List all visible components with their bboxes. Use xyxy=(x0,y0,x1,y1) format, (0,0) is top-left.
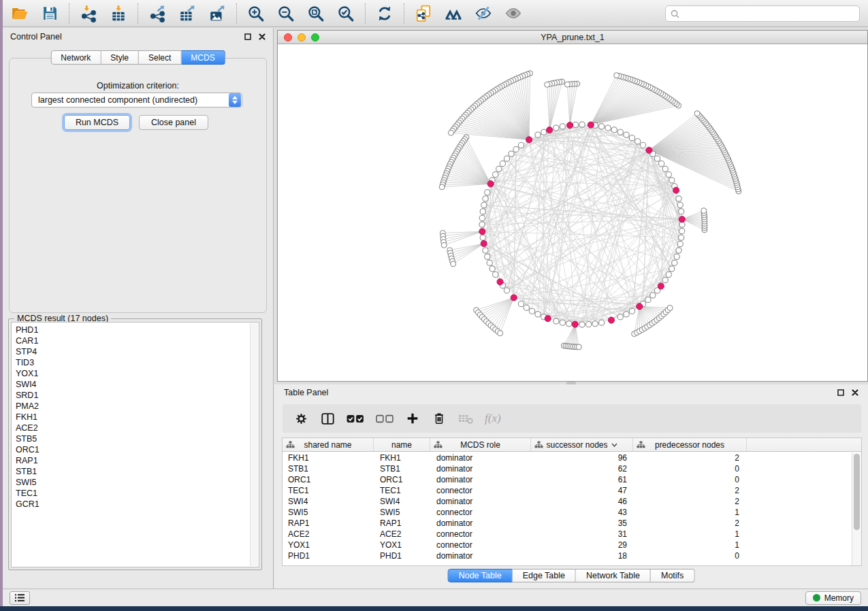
table-cell: ACE2 xyxy=(374,529,430,540)
save-session-icon[interactable] xyxy=(41,5,59,22)
float-panel-icon[interactable] xyxy=(837,389,844,396)
table-cell: connector xyxy=(430,540,531,550)
function-builder-icon[interactable]: f(x) xyxy=(485,412,501,425)
table-row[interactable]: FKH1FKH1dominator962 xyxy=(283,452,852,463)
mcds-result-item[interactable]: ORC1 xyxy=(16,444,259,455)
table-row[interactable]: ORC1ORC1dominator610 xyxy=(283,474,852,485)
close-panel-icon[interactable] xyxy=(259,33,266,40)
table-cell: dominator xyxy=(430,550,531,561)
import-table-icon[interactable] xyxy=(110,5,127,22)
list-scrollbar[interactable] xyxy=(250,323,258,566)
table-cell: RAP1 xyxy=(283,518,374,529)
zoom-fit-icon[interactable] xyxy=(307,5,325,22)
node-table: shared name name MCDS role successor nod… xyxy=(282,437,862,566)
export-table-icon[interactable] xyxy=(178,5,196,22)
table-cell: dominator xyxy=(430,463,531,474)
task-history-button[interactable] xyxy=(10,591,30,605)
column-header-successor-nodes[interactable]: successor nodes xyxy=(531,438,633,451)
split-view-icon[interactable] xyxy=(320,411,335,426)
mcds-result-item[interactable]: YOX1 xyxy=(16,368,259,379)
open-file-icon[interactable] xyxy=(11,5,29,22)
settings-gear-icon[interactable] xyxy=(293,411,308,426)
mcds-result-item[interactable]: STB5 xyxy=(16,433,259,444)
tab-node-table[interactable]: Node Table xyxy=(448,569,513,582)
criterion-value: largest connected component (undirected) xyxy=(38,95,197,105)
table-row[interactable]: STB1STB1dominator620 xyxy=(283,463,852,474)
table-cell: FKH1 xyxy=(283,452,374,463)
delete-column-icon[interactable] xyxy=(432,411,447,426)
table-row[interactable]: RAP1RAP1dominator352 xyxy=(283,518,852,529)
export-network-icon[interactable] xyxy=(148,5,166,22)
mcds-result-item[interactable]: PHD1 xyxy=(16,325,259,335)
zoom-selected-icon[interactable] xyxy=(337,5,355,22)
first-neighbors-icon[interactable] xyxy=(445,5,462,22)
table-tabs: Node Table Edge Table Network Table Moti… xyxy=(448,569,695,582)
mcds-tab-content: Optimization criterion: largest connecte… xyxy=(9,58,267,313)
table-row[interactable]: SWI5SWI5connector431 xyxy=(283,507,852,518)
tab-select[interactable]: Select xyxy=(139,50,181,65)
table-row[interactable]: PHD1PHD1dominator180 xyxy=(283,550,852,561)
clone-network-icon[interactable] xyxy=(415,5,432,22)
network-view-window: YPA_prune.txt_1 xyxy=(277,30,868,382)
memory-button[interactable]: Memory xyxy=(805,591,861,605)
mcds-result-item[interactable]: FKH1 xyxy=(16,412,259,423)
network-canvas[interactable] xyxy=(278,44,867,381)
table-row[interactable]: SWI4SWI4dominator462 xyxy=(283,496,852,507)
search-input[interactable] xyxy=(683,9,854,18)
mcds-result-item[interactable]: STP4 xyxy=(16,346,259,357)
tab-network[interactable]: Network xyxy=(50,50,101,65)
delete-table-icon[interactable] xyxy=(458,411,473,426)
window-controls xyxy=(284,33,319,42)
table-cell: 0 xyxy=(633,474,747,485)
table-cell: 47 xyxy=(531,485,633,496)
table-row[interactable]: TEC1TEC1connector472 xyxy=(283,485,852,496)
criterion-dropdown[interactable]: largest connected component (undirected) xyxy=(31,93,242,108)
minimize-window-icon[interactable] xyxy=(298,33,306,42)
search-box[interactable] xyxy=(665,5,860,22)
float-panel-icon[interactable] xyxy=(244,33,251,40)
mcds-result-item[interactable]: CAR1 xyxy=(16,335,259,346)
table-panel: Table Panel xyxy=(274,384,868,589)
mcds-result-item[interactable]: TEC1 xyxy=(16,488,259,499)
mcds-result-item[interactable]: TID3 xyxy=(16,357,259,368)
tab-motifs[interactable]: Motifs xyxy=(651,569,694,582)
table-cell: SWI5 xyxy=(374,507,430,518)
column-header-predecessor-nodes[interactable]: predecessor nodes xyxy=(633,438,747,451)
hide-selected-icon[interactable] xyxy=(475,5,492,22)
show-all-icon[interactable] xyxy=(504,5,522,22)
export-image-icon[interactable] xyxy=(208,5,226,22)
mcds-result-item[interactable]: RAP1 xyxy=(16,455,259,466)
close-panel-button[interactable]: Close panel xyxy=(139,115,208,130)
close-panel-icon[interactable] xyxy=(852,389,858,396)
mcds-result-item[interactable]: SRD1 xyxy=(16,390,259,401)
run-mcds-button[interactable]: Run MCDS xyxy=(64,115,130,130)
zoom-out-icon[interactable] xyxy=(277,5,295,22)
mcds-result-item[interactable]: STB1 xyxy=(16,466,259,477)
table-row[interactable]: YOX1YOX1connector291 xyxy=(283,540,852,550)
table-scrollbar[interactable] xyxy=(852,452,861,565)
close-window-icon[interactable] xyxy=(284,33,292,42)
import-network-icon[interactable] xyxy=(80,5,97,22)
table-scrollbar-thumb[interactable] xyxy=(854,454,860,530)
mcds-result-list[interactable]: PHD1CAR1STP4TID3YOX1SWI4SRD1PMA2FKH1ACE2… xyxy=(11,322,259,567)
select-all-checkboxes-icon[interactable] xyxy=(347,411,364,426)
table-cell: YOX1 xyxy=(374,540,430,550)
zoom-in-icon[interactable] xyxy=(247,5,265,22)
mcds-result-item[interactable]: GCR1 xyxy=(16,499,259,510)
refresh-icon[interactable] xyxy=(376,5,393,22)
mcds-result-item[interactable]: ACE2 xyxy=(16,423,259,433)
column-header-name[interactable]: name xyxy=(374,438,430,451)
tab-mcds[interactable]: MCDS xyxy=(181,50,225,65)
maximize-window-icon[interactable] xyxy=(311,33,319,42)
column-header-mcds-role[interactable]: MCDS role xyxy=(430,438,531,451)
add-column-icon[interactable] xyxy=(405,411,420,426)
tab-network-table[interactable]: Network Table xyxy=(576,569,651,582)
tab-style[interactable]: Style xyxy=(101,50,139,65)
column-header-shared-name[interactable]: shared name xyxy=(283,438,374,451)
mcds-result-item[interactable]: SWI5 xyxy=(16,477,259,488)
mcds-result-item[interactable]: PMA2 xyxy=(16,401,259,412)
deselect-checkboxes-icon[interactable] xyxy=(376,411,393,426)
mcds-result-item[interactable]: SWI4 xyxy=(16,379,259,390)
table-row[interactable]: ACE2ACE2connector311 xyxy=(283,529,852,540)
tab-edge-table[interactable]: Edge Table xyxy=(513,569,576,582)
